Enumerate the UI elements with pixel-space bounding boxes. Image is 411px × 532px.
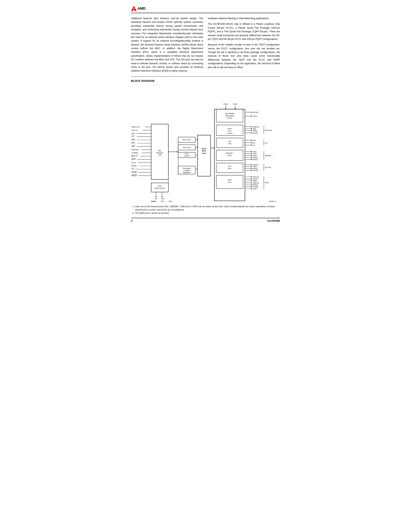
- page-header: AMD: [131, 6, 280, 13]
- gpsi-label1: GPSI: [227, 179, 232, 181]
- svg-marker-59: [251, 126, 252, 127]
- svg-marker-55: [251, 112, 252, 113]
- tdo-label: TDO: [161, 198, 164, 200]
- tms-label: TMS: [168, 200, 172, 202]
- clsn2-signal: CLSN: [252, 188, 257, 190]
- svg-marker-88: [251, 166, 252, 167]
- svg-marker-63: [251, 130, 252, 131]
- rxdat2-signal: RXDAT: [252, 184, 258, 186]
- aui-port-label: AUI: [265, 142, 268, 144]
- signal-dbus: DBUS 15-0: [131, 126, 140, 128]
- encoder-label1: ENCODER/: [225, 113, 234, 114]
- svg-marker-113: [161, 196, 162, 197]
- ci-signal: CI±: [252, 144, 255, 146]
- rcv-fifo-label: RCV FIFO: [183, 139, 191, 141]
- txen2-signal: TXEN: [252, 180, 257, 182]
- gpsi-label2: Port: [228, 181, 231, 183]
- svg-marker-0: [131, 6, 137, 11]
- txp-signal: TXP±: [252, 153, 256, 155]
- bus-interface-label: Bus: [158, 150, 161, 152]
- eadi-port-label: EADI Port: [265, 129, 272, 131]
- svg-marker-107: [251, 188, 252, 189]
- signal-intr: INTR: [131, 158, 135, 160]
- svg-marker-101: [251, 182, 252, 183]
- bus-interface-label3: Unit: [158, 154, 161, 156]
- srdclk-signal: SRDCLK: [252, 126, 259, 128]
- cmd-status-label2: & Status: [183, 170, 190, 171]
- eadi-label2: Port: [228, 130, 231, 132]
- signal-fds: FDS: [131, 139, 135, 141]
- mac-core-label2: MAC: [202, 150, 206, 152]
- cmd-status-label1: Command: [183, 167, 190, 169]
- col1-para1: Additional features also enhance over-al…: [131, 17, 203, 73]
- svg-marker-95: [251, 176, 252, 177]
- xtal2-label: XTAL2: [233, 103, 237, 105]
- note-item-2: The EADI port is active at all times.: [135, 211, 280, 215]
- signal-eof: EOF: [131, 145, 135, 147]
- signal-dtv: DTV: [131, 142, 135, 144]
- svg-marker-68: [251, 140, 252, 141]
- amd-logo: AMD: [131, 6, 146, 11]
- eadi-label1: EADI: [228, 128, 232, 130]
- fifo-control-label1: FIFO: [185, 153, 188, 155]
- notes-section: Only one of the network ports AUI, 10BAS…: [131, 205, 280, 215]
- svg-marker-105: [251, 186, 252, 187]
- note-item-1: Only one of the network ports AUI, 10BAS…: [135, 205, 280, 212]
- svg-marker-103: [251, 184, 252, 185]
- svg-marker-77: [251, 153, 252, 154]
- svg-marker-83: [251, 159, 252, 160]
- rxpol-signal: RXPOL: [252, 159, 258, 161]
- svg-marker-70: [251, 142, 252, 143]
- svg-marker-81: [251, 157, 252, 158]
- svg-marker-97: [251, 178, 252, 179]
- signal-rdtreq: RDTREQ: [131, 149, 138, 151]
- signal-sclk: SCLK: [131, 162, 136, 163]
- txd-signal: TXD±: [252, 151, 257, 153]
- dai-label2: Port: [228, 168, 231, 170]
- tdi-label: TDI: [155, 198, 157, 200]
- svg-marker-92: [251, 170, 252, 171]
- page-number: 2: [131, 219, 132, 222]
- xmt-fifo-label: XMT FIFO: [183, 146, 190, 148]
- eadi-label3: Control: [227, 132, 233, 134]
- signal-edsel: EDSEL: [131, 165, 137, 167]
- rxd-signal: RXD±: [252, 155, 257, 157]
- signal-sleep: SLEEP: [131, 171, 137, 173]
- gpsi-port-label: GPSI: [265, 182, 269, 184]
- aui-label1: AUI: [228, 141, 231, 142]
- svg-marker-75: [251, 151, 252, 152]
- svg-line-39: [195, 155, 197, 156]
- amd-logo-icon: [131, 6, 137, 11]
- di-signal: DI±: [252, 142, 255, 144]
- signal-reset: RESET: [131, 174, 137, 176]
- svg-marker-57: [251, 115, 252, 117]
- svg-marker-112: [155, 196, 157, 197]
- svg-marker-65: [251, 132, 252, 133]
- svg-marker-72: [251, 144, 252, 146]
- lnkst-signal: LNKST: [252, 157, 258, 159]
- notes-inline-label: Notes:: [151, 200, 157, 202]
- xtal1-label: XTAL1: [223, 103, 228, 105]
- srd-signal: SRD: [252, 128, 256, 130]
- jtag-label1: JTAG: [158, 185, 162, 187]
- tck-label: TCK: [161, 200, 164, 202]
- tenbase-port-label: 10BASE-T: [265, 155, 272, 156]
- encoder-label3: (PLS): [227, 117, 232, 119]
- svg-marker-86: [251, 164, 252, 165]
- rxcrs-signal: RXCRS: [252, 170, 258, 171]
- stdclk-signal: STDCLK: [252, 176, 259, 178]
- svg-marker-29: [177, 151, 178, 152]
- txdatp-signal: TXDAT+: [252, 178, 259, 180]
- cmd-status-label3: Registers: [183, 171, 190, 173]
- block-diagram-section: BLOCK DIAGRAM DBUS 15-0 ADD 4-0 R/W CS F…: [131, 79, 280, 215]
- tenbase-label2: MAU: [228, 155, 232, 156]
- signal-cs: CS: [131, 136, 134, 138]
- svg-marker-61: [251, 128, 252, 129]
- sfbd-signal: SF/BD: [252, 130, 257, 132]
- do-signal: DO±: [252, 140, 256, 142]
- col2: hardware address filtering in internetwo…: [208, 17, 280, 73]
- svg-rect-1: [132, 9, 136, 10]
- col2-para3: Because of the smaller number of pins in…: [208, 43, 280, 69]
- mac-core-label3: Core: [202, 152, 206, 154]
- tenbase-label1: 10BASE-T: [225, 152, 234, 154]
